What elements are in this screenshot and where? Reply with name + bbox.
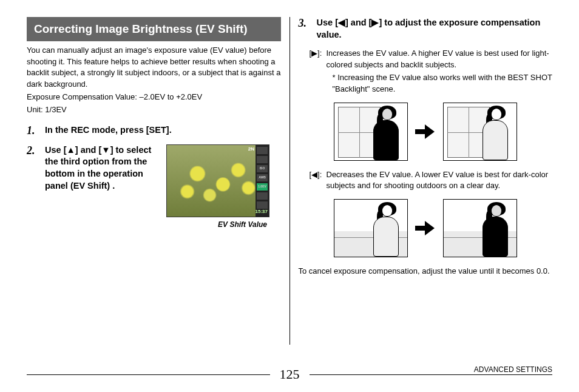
person-silhouette-dark — [368, 106, 401, 160]
intro-paragraph: You can manually adjust an image's expos… — [27, 45, 281, 90]
footer-line — [27, 374, 270, 375]
footer-line — [310, 374, 553, 375]
decrease-ev-row: [◀]: Decreases the EV value. A lower EV … — [310, 169, 553, 194]
page-number: 125 — [276, 367, 303, 382]
arrow-right-icon — [415, 124, 436, 139]
ev-unit: Unit: 1/3EV — [27, 104, 281, 116]
step-text: Use [◀] and [▶] to adjust the exposure c… — [317, 17, 553, 41]
camera-screenshot: 2N ISO AWB 1.0EV — [166, 144, 269, 217]
person-silhouette-dark — [478, 202, 510, 257]
decrease-ev-desc: Decreases the EV value. A lower EV value… — [327, 169, 553, 192]
step-text: In the REC mode, press [SET]. — [45, 124, 281, 137]
right-column: 3. Use [◀] and [▶] to adjust the exposur… — [290, 17, 553, 345]
increase-ev-text: Increases the EV value. A higher EV valu… — [327, 48, 553, 96]
increase-ev-desc: Increases the EV value. A higher EV valu… — [327, 48, 553, 71]
step-body: Use [▲] and [▼] to select the third opti… — [45, 144, 281, 229]
ev-range: Exposure Compensation Value: –2.0EV to +… — [27, 92, 281, 103]
backlit-after — [443, 103, 517, 161]
left-key-label: [◀]: — [310, 169, 323, 194]
right-key-label: [▶]: — [310, 48, 323, 96]
camera-screenshot-wrap: 2N ISO AWB 1.0EV — [166, 144, 269, 229]
footer-section-label: ADVANCED SETTINGS — [474, 365, 552, 374]
step-number: 2. — [27, 144, 39, 229]
arrow-right-icon — [415, 221, 436, 235]
backlit-before — [334, 103, 408, 161]
screenshot-caption: EV Shift Value — [166, 220, 269, 229]
person-silhouette-light — [368, 202, 401, 257]
section-heading: Correcting Image Brightness (EV Shift) — [27, 17, 281, 41]
manual-page: Correcting Image Brightness (EV Shift) Y… — [0, 0, 579, 392]
cancel-instruction: To cancel exposure compensation, adjust … — [299, 266, 553, 277]
intro-text: You can manually adjust an image's expos… — [27, 45, 281, 116]
outdoor-illustration-row — [299, 199, 553, 257]
top-icons: 2N — [248, 146, 254, 153]
panel-chip-iso: ISO — [257, 165, 268, 172]
step-3: 3. Use [◀] and [▶] to adjust the exposur… — [299, 17, 553, 41]
panel-chip-awb: AWB — [257, 174, 268, 181]
increase-ev-note: * Increasing the EV value also works wel… — [327, 72, 553, 95]
step-1: 1. In the REC mode, press [SET]. — [27, 124, 281, 137]
backlit-illustration-row — [299, 103, 553, 161]
step-number: 3. — [299, 17, 311, 41]
flower-photo — [167, 145, 269, 217]
time-display: 15:37 — [256, 209, 268, 215]
step-2: 2. Use [▲] and [▼] to select the third o… — [27, 144, 281, 229]
panel-chip — [257, 201, 268, 209]
operation-panel: ISO AWB 1.0EV — [256, 145, 269, 217]
two-column-layout: Correcting Image Brightness (EV Shift) Y… — [27, 17, 552, 345]
outdoor-after — [443, 199, 517, 257]
panel-chip — [257, 192, 268, 200]
steps-list: 1. In the REC mode, press [SET]. 2. Use … — [27, 124, 281, 229]
panel-chip — [257, 156, 268, 163]
panel-chip-ev-selected: 1.0EV — [257, 183, 268, 191]
panel-chip — [257, 147, 268, 154]
quality-badge: 2N — [248, 146, 254, 153]
increase-ev-row: [▶]: Increases the EV value. A higher EV… — [310, 48, 553, 96]
outdoor-before — [334, 199, 408, 257]
person-silhouette-light — [478, 106, 510, 160]
step-text: Use [▲] and [▼] to select the third opti… — [45, 144, 160, 192]
page-footer: 125 ADVANCED SETTINGS — [27, 367, 552, 382]
step-number: 1. — [27, 124, 39, 137]
decrease-ev-text: Decreases the EV value. A lower EV value… — [327, 169, 553, 194]
left-column: Correcting Image Brightness (EV Shift) Y… — [27, 17, 290, 345]
